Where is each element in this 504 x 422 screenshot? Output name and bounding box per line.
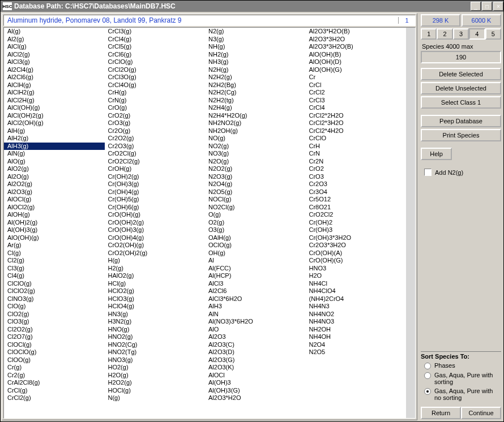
list-item[interactable]: AlH3(g) bbox=[4, 143, 105, 150]
list-item[interactable]: CrCl4 bbox=[306, 104, 407, 112]
list-item[interactable]: CrCl2*4H2O bbox=[306, 127, 407, 135]
list-item[interactable]: ClO(g) bbox=[4, 303, 105, 311]
list-item[interactable]: CrCl4O(g) bbox=[105, 81, 206, 89]
list-item[interactable]: Cr5O12 bbox=[306, 196, 407, 204]
list-item[interactable]: CrCl2O(g) bbox=[105, 66, 206, 74]
list-item[interactable]: HNO2(Cg) bbox=[105, 341, 206, 349]
list-item[interactable]: Al2Cl6 bbox=[205, 287, 306, 295]
list-item[interactable]: AlN(g) bbox=[4, 150, 105, 158]
list-item[interactable]: AlCl3 bbox=[205, 280, 306, 288]
delete-unselected-button[interactable]: Delete Unselected bbox=[421, 82, 501, 94]
list-item[interactable]: NO3(g) bbox=[205, 150, 306, 158]
list-item[interactable]: CrO(OH)2(g) bbox=[105, 219, 206, 227]
list-item[interactable]: AlO(OH)(G) bbox=[306, 66, 407, 74]
close-button[interactable]: × bbox=[493, 2, 503, 11]
list-item[interactable]: CrO(g) bbox=[105, 104, 206, 112]
list-item[interactable]: Cr(OH)2(g) bbox=[105, 173, 206, 181]
list-item[interactable]: N2H2(Bg) bbox=[205, 81, 306, 89]
list-item[interactable]: NH(g) bbox=[205, 43, 306, 51]
list-item[interactable]: CrO3 bbox=[306, 173, 407, 181]
list-item[interactable]: NH2(g) bbox=[205, 51, 306, 59]
list-item[interactable]: N2H2(tg) bbox=[205, 97, 306, 105]
list-item[interactable]: AlCl(OH)(g) bbox=[4, 104, 105, 112]
list-item[interactable]: OClO(g) bbox=[205, 242, 306, 249]
list-item[interactable]: Cr(OH)3 bbox=[306, 226, 407, 234]
list-item[interactable]: HO2(g) bbox=[105, 364, 206, 372]
list-item[interactable]: O3(g) bbox=[205, 226, 306, 234]
list-item[interactable]: Ar(g) bbox=[4, 242, 105, 249]
list-item[interactable]: ClO2(g) bbox=[4, 311, 105, 318]
list-item[interactable]: AlClH2(g) bbox=[4, 89, 105, 97]
list-item[interactable]: HNO2(g) bbox=[105, 333, 206, 341]
list-item[interactable]: N2H4(g) bbox=[205, 104, 306, 112]
list-item[interactable]: Cr(OH)4(g) bbox=[105, 188, 206, 196]
list-item[interactable]: CrCl4(g) bbox=[105, 36, 206, 44]
list-item[interactable]: Al2O3*H2O(B) bbox=[306, 28, 407, 36]
list-item[interactable]: N2H(g) bbox=[205, 66, 306, 74]
list-item[interactable]: CrH(g) bbox=[105, 89, 206, 97]
list-item[interactable]: AlOH(g) bbox=[4, 211, 105, 219]
list-item[interactable]: N2O4(g) bbox=[205, 180, 306, 188]
add-species-row[interactable]: Add N2(g) bbox=[424, 169, 501, 176]
list-item[interactable]: CrO2Cl(g) bbox=[105, 150, 206, 158]
list-item[interactable]: AlH2(g) bbox=[4, 135, 105, 143]
list-item[interactable]: Cr8O21 bbox=[306, 204, 407, 212]
list-item[interactable]: HNO(g) bbox=[105, 326, 206, 334]
list-item[interactable]: AlO(OH)(B) bbox=[306, 51, 407, 59]
list-item[interactable]: Al2O3 bbox=[205, 333, 306, 341]
list-item[interactable]: AlO2(g) bbox=[4, 165, 105, 173]
list-item[interactable]: Cr bbox=[306, 74, 407, 81]
list-item[interactable]: N2H2(g) bbox=[205, 74, 306, 81]
list-item[interactable]: AlH3 bbox=[205, 303, 306, 311]
list-item[interactable]: Cr2O3 bbox=[306, 180, 407, 188]
list-item[interactable]: AlCl2(g) bbox=[4, 51, 105, 59]
list-item[interactable]: N3(g) bbox=[205, 36, 306, 44]
list-item[interactable]: Al2Cl6(g) bbox=[4, 74, 105, 81]
list-item[interactable]: NH2NO2(g) bbox=[205, 119, 306, 127]
list-item[interactable]: HAlO2(g) bbox=[105, 272, 206, 280]
sort-option-0[interactable]: Phases bbox=[424, 362, 501, 369]
list-item[interactable]: HClO4(g) bbox=[105, 303, 206, 311]
list-item[interactable]: ClNO3(g) bbox=[4, 295, 105, 303]
list-item[interactable]: (NH4)2CrO4 bbox=[306, 295, 407, 303]
list-item[interactable]: Al2O3(G) bbox=[205, 356, 306, 364]
list-item[interactable]: CrCl5(g) bbox=[105, 43, 206, 51]
help-button[interactable]: Help bbox=[421, 148, 452, 160]
list-item[interactable]: AlOCl2(g) bbox=[4, 204, 105, 212]
list-item[interactable]: HCl(g) bbox=[105, 280, 206, 288]
sort-option-2[interactable]: Gas, Aqua, Pure with no sorting bbox=[424, 387, 501, 401]
list-item[interactable]: Al2Cl4(g) bbox=[4, 66, 105, 74]
list-item[interactable]: CrCl2 bbox=[306, 89, 407, 97]
list-item[interactable]: OAlH(g) bbox=[205, 234, 306, 242]
list-item[interactable]: Cr(OH)2 bbox=[306, 219, 407, 227]
maximize-button[interactable]: □ bbox=[482, 2, 492, 11]
list-item[interactable]: AlOCl bbox=[205, 372, 306, 380]
list-item[interactable]: NH3(g) bbox=[205, 58, 306, 66]
list-item[interactable]: NO2Cl(g) bbox=[205, 204, 306, 212]
list-item[interactable]: O2(g) bbox=[205, 219, 306, 227]
list-item[interactable]: CrAl2Cl8(g) bbox=[4, 379, 105, 387]
list-item[interactable]: Al2O3(g) bbox=[4, 188, 105, 196]
list-item[interactable]: HNO2(Tg) bbox=[105, 348, 206, 356]
print-species-button[interactable]: Print Species bbox=[421, 129, 501, 141]
list-item[interactable]: N2O5(g) bbox=[205, 188, 306, 196]
list-item[interactable]: Cl(g) bbox=[4, 249, 105, 257]
list-item[interactable]: NH4Cl bbox=[306, 280, 407, 288]
list-item[interactable]: N2H2(Cg) bbox=[205, 89, 306, 97]
list-item[interactable]: HClO3(g) bbox=[105, 295, 206, 303]
list-item[interactable]: N2(g) bbox=[205, 28, 306, 36]
scrollbar[interactable] bbox=[406, 28, 415, 418]
list-item[interactable]: Al bbox=[205, 257, 306, 265]
list-item[interactable]: Al2O3(D) bbox=[205, 348, 306, 356]
list-item[interactable]: Al(OH)3 bbox=[205, 379, 306, 387]
list-item[interactable]: NH2OH bbox=[306, 326, 407, 334]
list-item[interactable]: CrO(OH)(g) bbox=[105, 211, 206, 219]
list-item[interactable]: AlCl(OH)2(g) bbox=[4, 112, 105, 120]
list-item[interactable]: H2O bbox=[306, 272, 407, 280]
list-item[interactable]: N2O4 bbox=[306, 341, 407, 349]
list-item[interactable]: AlH(g) bbox=[4, 127, 105, 135]
list-item[interactable]: NH4ClO4 bbox=[306, 287, 407, 295]
temp-low-button[interactable]: 298 K bbox=[421, 14, 460, 27]
list-item[interactable]: CrO(OH)4(g) bbox=[105, 234, 206, 242]
radio-icon[interactable] bbox=[424, 363, 431, 369]
